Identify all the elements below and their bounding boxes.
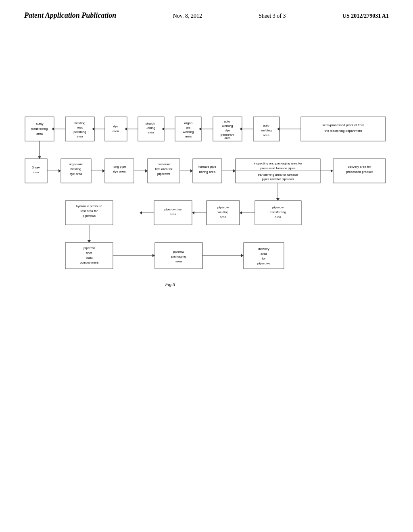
- svg-text:boring area: boring area: [199, 170, 216, 174]
- page-header: Patent Application Publication Nov. 8, 2…: [0, 0, 413, 24]
- svg-text:argon: argon: [184, 121, 192, 125]
- svg-marker-101: [192, 211, 194, 214]
- svg-text:processed product: processed product: [346, 170, 373, 174]
- svg-text:area: area: [113, 129, 119, 133]
- svg-text:auto-: auto-: [224, 120, 232, 123]
- svg-text:piperows: piperows: [157, 172, 170, 176]
- svg-text:area: area: [275, 215, 282, 219]
- svg-text:dye: dye: [225, 129, 230, 132]
- svg-text:straigh-: straigh-: [146, 122, 156, 125]
- svg-text:pipes used for piperows: pipes used for piperows: [262, 177, 294, 181]
- svg-marker-125: [241, 254, 244, 257]
- svg-text:transferring: transferring: [31, 127, 48, 131]
- svg-text:delivery area for: delivery area for: [348, 165, 371, 168]
- svg-text:piperow dye: piperow dye: [164, 208, 182, 211]
- svg-text:welding: welding: [260, 129, 271, 132]
- svg-text:area: area: [36, 132, 43, 135]
- svg-rect-13: [105, 117, 127, 141]
- svg-text:pressure: pressure: [157, 162, 170, 166]
- svg-text:welding: welding: [182, 130, 194, 134]
- svg-text:argen-arc: argen-arc: [69, 162, 83, 166]
- svg-text:piperows: piperows: [83, 214, 96, 218]
- svg-text:piperow: piperow: [173, 250, 184, 254]
- svg-text:welding: welding: [217, 210, 228, 214]
- svg-text:area: area: [185, 135, 192, 138]
- svg-text:compartment: compartment: [80, 261, 99, 264]
- svg-text:transferring: transferring: [270, 210, 286, 214]
- svg-text:semi-processed product from: semi-processed product from: [322, 123, 364, 127]
- svg-text:-ening: -ening: [146, 126, 155, 130]
- svg-text:processed furnace pipes: processed furnace pipes: [260, 166, 295, 170]
- svg-text:dye area: dye area: [69, 172, 82, 176]
- svg-text:welding: welding: [74, 121, 85, 125]
- svg-text:furnace pipe: furnace pipe: [198, 165, 217, 168]
- svg-text:for: for: [262, 257, 266, 260]
- svg-text:arc: arc: [186, 126, 190, 129]
- svg-text:X-ray: X-ray: [32, 166, 40, 169]
- flow-diagram: X-ray transferring area welding root pol…: [21, 113, 392, 339]
- svg-text:test area for: test area for: [81, 209, 98, 213]
- svg-marker-60: [102, 169, 105, 172]
- patent-number: US 2012/279031 A1: [342, 11, 389, 19]
- svg-text:Fig.3: Fig.3: [165, 282, 175, 287]
- svg-text:area: area: [224, 136, 231, 140]
- svg-text:test area for: test area for: [155, 167, 173, 171]
- svg-text:welding: welding: [70, 167, 81, 171]
- svg-text:area: area: [148, 131, 154, 134]
- svg-text:X-ray: X-ray: [35, 122, 43, 126]
- svg-text:piperow: piperow: [217, 206, 229, 209]
- svg-text:area: area: [220, 215, 227, 219]
- svg-text:transferring area for furnace: transferring area for furnace: [258, 173, 298, 177]
- svg-marker-84: [331, 169, 333, 172]
- svg-marker-76: [233, 169, 236, 172]
- svg-marker-89: [276, 198, 280, 201]
- svg-text:auto: auto: [263, 124, 269, 127]
- svg-text:area: area: [170, 212, 177, 216]
- svg-marker-95: [240, 211, 242, 214]
- svg-text:area: area: [263, 133, 270, 137]
- svg-text:piperow: piperow: [272, 206, 284, 209]
- svg-text:inspecting and packaging area : inspecting and packaging area for: [254, 162, 302, 165]
- svg-text:the machining department: the machining department: [325, 129, 362, 133]
- svg-text:blast: blast: [86, 256, 93, 260]
- svg-marker-71: [190, 169, 193, 172]
- svg-text:shot: shot: [86, 251, 92, 255]
- svg-text:packaging: packaging: [171, 255, 186, 258]
- svg-text:area: area: [261, 252, 267, 256]
- publication-date: Nov. 8, 2012: [173, 11, 202, 19]
- svg-marker-119: [152, 254, 155, 257]
- svg-text:dye: dye: [113, 125, 119, 128]
- svg-text:piperows: piperows: [257, 262, 270, 265]
- svg-marker-49: [38, 156, 41, 159]
- svg-marker-54: [58, 169, 61, 172]
- svg-text:area: area: [33, 170, 40, 174]
- svg-text:delivery: delivery: [258, 247, 269, 251]
- svg-text:hydraulic pressure: hydraulic pressure: [76, 204, 102, 208]
- svg-text:dye area: dye area: [113, 170, 126, 173]
- svg-text:polishing: polishing: [73, 130, 86, 134]
- svg-marker-106: [140, 211, 142, 214]
- svg-text:long pipe: long pipe: [113, 165, 126, 168]
- sheet-info: Sheet 3 of 3: [259, 11, 286, 19]
- svg-text:piperow: piperow: [83, 246, 95, 250]
- svg-text:welding: welding: [221, 124, 233, 128]
- svg-marker-65: [145, 169, 148, 172]
- svg-text:root: root: [77, 126, 83, 129]
- svg-text:area: area: [77, 135, 83, 138]
- publication-title: Patent Application Publication: [24, 11, 116, 20]
- svg-marker-112: [88, 240, 91, 243]
- svg-text:area: area: [175, 260, 182, 263]
